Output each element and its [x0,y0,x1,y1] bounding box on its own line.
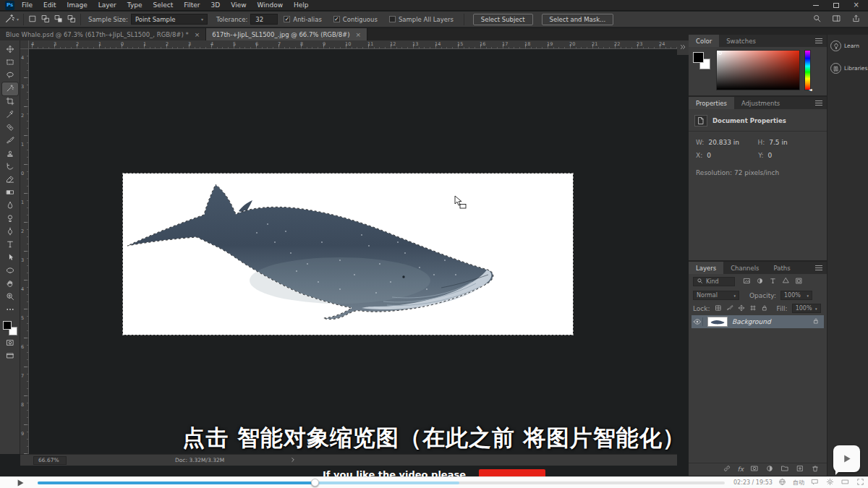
menu-file[interactable]: File [22,1,33,9]
menu-layer[interactable]: Layer [98,1,116,9]
search-icon[interactable] [812,14,822,25]
path-selection-tool[interactable] [2,252,18,265]
share-icon[interactable] [851,14,861,25]
panel-menu-icon[interactable] [815,262,827,274]
rectangular-marquee-tool[interactable] [2,56,18,69]
tab-layers[interactable]: Layers [689,262,723,274]
minimize-icon[interactable] [813,5,819,6]
kind-type-icon[interactable] [769,277,777,286]
menu-filter[interactable]: Filter [184,1,200,9]
crop-tool[interactable] [2,95,18,108]
history-brush-tool[interactable] [2,160,18,174]
foreground-color-swatch[interactable] [693,52,704,63]
theater-icon[interactable] [841,478,849,487]
tab-channels[interactable]: Channels [723,262,766,274]
menu-3d[interactable]: 3D [211,1,221,9]
gradient-tool[interactable] [2,187,18,200]
workspace-icon[interactable] [832,14,841,25]
move-tool[interactable] [2,43,18,56]
fill-field[interactable]: 100% ▾ [792,304,821,313]
lock-transparency-icon[interactable] [715,304,722,313]
checkbox-icon[interactable]: ✓ [284,16,290,22]
status-chevron-icon[interactable] [289,456,297,465]
menu-window[interactable]: Window [258,1,284,9]
y-value[interactable]: 0 [768,152,773,159]
padlock-icon[interactable] [761,304,768,313]
menu-view[interactable]: View [231,1,246,9]
layer-lock-icon[interactable] [812,317,820,326]
zoom-level-field[interactable]: 66.67% [33,456,67,465]
player-progress-thumb[interactable] [311,479,319,487]
lasso-tool[interactable] [2,69,18,82]
kind-shape-icon[interactable] [782,277,790,286]
edit-toolbar-tool[interactable] [2,304,18,317]
document-canvas[interactable] [123,174,573,335]
eyedropper-tool[interactable] [2,108,18,121]
play-overlay-button[interactable] [833,445,860,472]
menu-help[interactable]: Help [294,1,309,9]
clone-stamp-tool[interactable] [2,147,18,160]
blur-tool[interactable] [2,200,18,213]
quick-mask-button[interactable] [2,337,18,350]
blend-mode-select[interactable]: Normal ▾ [693,291,739,300]
close-icon[interactable]: × [854,1,859,9]
tab-adjustments[interactable]: Adjustments [734,97,787,109]
ruler-origin-corner[interactable] [20,40,29,49]
dock-item-learn[interactable]: Learn [827,35,868,57]
subscribe-button[interactable] [479,469,545,476]
color-fg-bg-swatches[interactable] [693,52,712,71]
lock-position-icon[interactable] [738,304,745,313]
selection-intersect-icon[interactable] [67,14,76,25]
layer-name[interactable]: Background [732,318,771,325]
menu-type[interactable]: Type [127,1,142,9]
menu-edit[interactable]: Edit [43,1,56,9]
comment-icon[interactable] [811,478,819,487]
layer-filter-select[interactable]: Kind [693,277,735,286]
checkbox-contiguous[interactable]: ✓Contiguous [333,16,378,23]
menu-image[interactable]: Image [67,1,88,9]
tolerance-input[interactable]: 32 [250,14,278,25]
checkbox-icon[interactable] [389,16,396,22]
pen-tool[interactable] [2,226,18,239]
document-tab-1[interactable]: Blue Whale.psd @ 67.3% (617th-+JipL_SL15… [0,28,206,40]
horizontal-ruler[interactable]: 4321012345678910111213141516171819202122… [29,40,677,49]
player-progress-track[interactable] [38,481,725,484]
checkbox-anti-alias[interactable]: ✓Anti-alias [284,16,322,23]
dock-item-libraries[interactable]: Libraries [827,57,868,80]
hand-tool[interactable] [2,278,18,291]
kind-adjustment-icon[interactable] [756,277,764,286]
kind-image-icon[interactable] [743,277,751,286]
color-field[interactable] [716,50,800,90]
tab-paths[interactable]: Paths [766,262,797,274]
document-tab-2[interactable]: 617th-+JipL_SL1500_.jpg @ 66.7% (RGB/8#)… [206,28,367,40]
width-value[interactable]: 20.833 in [708,139,753,146]
opacity-field[interactable]: 100% ▾ [780,291,812,300]
sample-size-select[interactable]: Point Sample ▾ [131,14,208,25]
tab-close-icon[interactable]: × [356,31,362,38]
globe-icon[interactable] [778,478,786,487]
restore-icon[interactable] [833,3,839,8]
dodge-tool[interactable] [2,213,18,226]
x-value[interactable]: 0 [707,152,754,159]
foreground-color-swatch[interactable] [3,321,12,330]
foreground-background-swatches[interactable] [3,321,17,335]
tab-properties[interactable]: Properties [689,97,734,109]
ellipse-tool[interactable] [2,265,18,278]
height-value[interactable]: 7.5 in [769,139,787,146]
vertical-ruler[interactable]: 43210123456789 [20,49,29,454]
horizontal-type-tool[interactable] [2,239,18,252]
canvas-pasteboard[interactable] [29,49,677,454]
layer-thumbnail[interactable] [707,317,728,327]
panel-menu-icon[interactable] [815,97,827,109]
gear-icon[interactable] [826,478,834,487]
tool-preset-caret-icon[interactable]: ▾ [17,17,19,22]
selection-add-icon[interactable] [41,14,50,25]
zoom-tool[interactable] [2,291,18,304]
eraser-tool[interactable] [2,174,18,187]
auto-quality-label[interactable]: 自动 [793,479,804,487]
checkbox-sample-all-layers[interactable]: Sample All Layers [389,16,454,23]
tab-color[interactable]: Color [689,35,719,47]
layer-row-background[interactable]: Background [692,315,824,328]
checkbox-icon[interactable]: ✓ [333,16,340,22]
magic-wand-icon[interactable] [4,13,15,25]
